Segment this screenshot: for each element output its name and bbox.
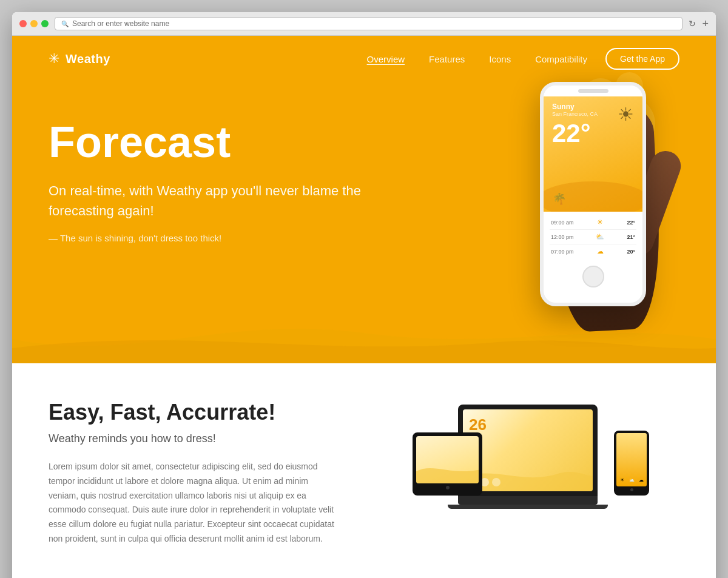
laptop-screen-content: 26: [463, 409, 593, 440]
nav-item-icons[interactable]: Icons: [489, 54, 511, 64]
laptop-screen-wave: [463, 461, 593, 491]
row3-time: 07:00 pm: [551, 249, 574, 255]
phone-row-3: 07:00 pm ☁ 20°: [550, 244, 636, 258]
row2-icon: ⛅: [596, 233, 604, 241]
row2-time: 12:00 pm: [551, 234, 574, 240]
search-icon: 🔍: [61, 21, 69, 27]
features-section: Easy, Fast, Accurrate! Weathy reminds yo…: [12, 363, 716, 578]
small-phone-icons: ☀ ⛅ ☁: [618, 477, 645, 483]
hero-section: ✳ Weathy Overview Features Icons Compati…: [12, 36, 716, 363]
address-text: Search or enter website name: [72, 19, 169, 28]
fullscreen-button[interactable]: [41, 20, 49, 27]
devices-area: 26: [376, 400, 679, 509]
address-bar[interactable]: 🔍 Search or enter website name: [55, 17, 682, 30]
row1-temp: 22°: [627, 220, 635, 226]
phone-row-2: 12:00 pm ⛅ 21°: [550, 230, 636, 244]
laptop-base: [458, 496, 598, 505]
section-title: Easy, Fast, Accurrate!: [49, 400, 340, 425]
laptop-number: 26: [469, 415, 487, 434]
new-tab-button[interactable]: +: [702, 18, 709, 30]
tablet-device: [413, 432, 482, 496]
close-button[interactable]: [19, 20, 27, 27]
row1-icon: ☀: [597, 218, 603, 226]
sun-icon: ☀: [618, 104, 634, 125]
hero-title: Forecast: [49, 118, 376, 166]
nav-item-overview[interactable]: Overview: [367, 54, 405, 64]
logo-text: Weathy: [66, 52, 110, 66]
nav-item-compatibility[interactable]: Compatibility: [535, 54, 587, 64]
small-phone-screen: ☀ ⛅ ☁: [616, 433, 647, 486]
navbar: ✳ Weathy Overview Features Icons Compati…: [12, 36, 716, 82]
row3-icon: ☁: [597, 247, 604, 255]
tree-icon: 🌴: [553, 192, 566, 206]
nav-item-features[interactable]: Features: [429, 54, 465, 64]
features-text: Easy, Fast, Accurrate! Weathy reminds yo…: [49, 400, 340, 546]
person-icon-3: [492, 478, 500, 486]
phone-mockup-area: Sunny San Francisco, CA 22° ☀ 🌴: [510, 70, 679, 331]
hero-content: Forecast On real-time, with Weathy app y…: [12, 82, 716, 292]
tablet-screen: [416, 436, 479, 483]
laptop-screen: 26: [463, 409, 593, 491]
row1-time: 09:00 am: [551, 220, 574, 226]
phone-device: Sunny San Francisco, CA 22° ☀ 🌴: [540, 82, 646, 306]
laptop-foot: [448, 505, 608, 509]
phone-home-btn: [582, 266, 604, 287]
logo-area[interactable]: ✳ Weathy: [49, 51, 110, 67]
phone-forecast-list: 09:00 am ☀ 22° 12:00 pm ⛅ 21° 07:00 pm: [544, 212, 642, 262]
row3-temp: 20°: [627, 249, 635, 255]
phone-row-1: 09:00 am ☀ 22°: [550, 215, 636, 230]
sp-icon-1: ☀: [620, 477, 624, 483]
tablet-wave: [416, 459, 479, 483]
browser-toolbar: 🔍 Search or enter website name ↻ +: [12, 12, 716, 36]
get-app-button[interactable]: Get the App: [605, 48, 679, 70]
traffic-lights: [19, 20, 49, 27]
small-phone-dot: [630, 488, 633, 491]
section-subtitle: Weathy reminds you how to dress!: [49, 432, 340, 445]
browser-window: 🔍 Search or enter website name ↻ + ✳ Wea…: [12, 12, 716, 578]
logo-icon: ✳: [49, 51, 59, 67]
phone-screen: Sunny San Francisco, CA 22° ☀ 🌴: [544, 96, 642, 212]
tablet-home-dot: [446, 486, 450, 489]
reload-button[interactable]: ↻: [689, 19, 696, 29]
hero-subtitle: On real-time, with Weathy app you'll nev…: [49, 181, 376, 221]
phone-notch: [578, 89, 608, 93]
nav-links: Overview Features Icons Compatibility: [367, 54, 587, 64]
sp-icon-3: ☁: [639, 477, 644, 483]
row2-temp: 21°: [627, 234, 635, 240]
minimize-button[interactable]: [30, 20, 38, 27]
sp-icon-2: ⛅: [629, 477, 635, 483]
hero-text-block: Forecast On real-time, with Weathy app y…: [49, 106, 376, 243]
section-body: Lorem ipsum dolor sit amet, consectetur …: [49, 460, 340, 546]
small-phone-device: ☀ ⛅ ☁: [614, 431, 649, 496]
hero-quote: — The sun is shining, don't dress too th…: [49, 233, 376, 243]
